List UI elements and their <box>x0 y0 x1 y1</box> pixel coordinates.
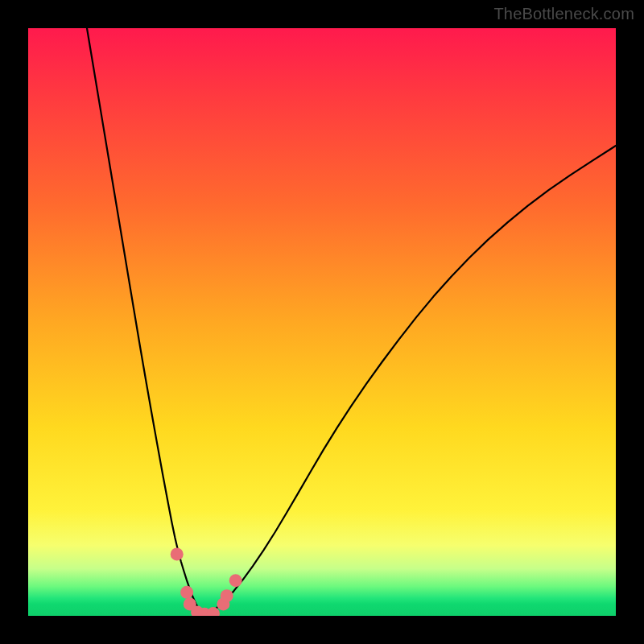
data-marker <box>171 547 184 560</box>
data-marker <box>207 607 220 616</box>
plot-area <box>28 28 616 616</box>
data-marker <box>229 574 242 587</box>
chart-frame: TheBottleneck.com <box>0 0 644 644</box>
watermark-text: TheBottleneck.com <box>493 5 634 23</box>
bottleneck-curve <box>28 28 616 616</box>
marker-group <box>171 547 242 616</box>
curve-path <box>87 28 616 615</box>
data-marker <box>180 586 193 599</box>
data-marker <box>221 589 233 602</box>
